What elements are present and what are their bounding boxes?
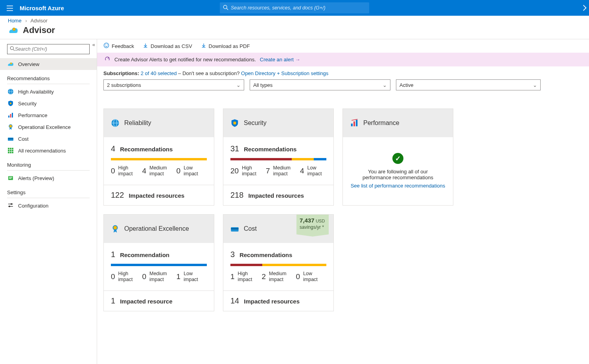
sidebar-item-label: Configuration (18, 203, 48, 209)
advisor-icon (7, 61, 14, 68)
download-csv-label: Download as CSV (151, 43, 192, 49)
svg-rect-18 (8, 138, 13, 139)
sidebar-search-input[interactable] (15, 46, 87, 52)
svg-rect-21 (12, 148, 13, 149)
alert-banner: Create Advisor Alerts to get notified fo… (97, 53, 589, 66)
breadcrumb-home[interactable]: Home (8, 18, 22, 24)
svg-point-32 (11, 203, 12, 205)
breadcrumb: Home › Advisor (0, 16, 589, 25)
svg-point-3 (223, 5, 227, 9)
search-icon (10, 46, 15, 52)
card-reliability[interactable]: Reliability 4 Recommendations 0High impa… (103, 108, 214, 206)
rec-count: 31 (230, 144, 239, 153)
alert-text: Create Advisor Alerts to get notified fo… (114, 57, 256, 63)
card-title: Reliability (124, 119, 151, 127)
svg-rect-15 (12, 113, 13, 118)
status-dropdown[interactable]: Active ⌄ (396, 79, 541, 90)
impacted-count: 14 (230, 296, 239, 305)
svg-point-5 (13, 28, 15, 31)
sidebar-item-label: High Availability (18, 89, 54, 95)
impacted-label: Impacted resources (129, 192, 184, 199)
sidebar-item-high-availability[interactable]: High Availability (0, 86, 97, 97)
sidebar-item-alerts[interactable]: Alerts (Preview) (0, 172, 97, 184)
svg-line-4 (226, 8, 228, 10)
smiley-icon (103, 42, 109, 50)
sidebar-item-label: Overview (18, 61, 39, 67)
global-search-input[interactable] (231, 5, 366, 11)
subscriptions-count[interactable]: 2 of 40 selected (141, 70, 177, 76)
sidebar-item-configuration[interactable]: Configuration (0, 200, 97, 211)
collapse-sidebar[interactable]: « (92, 42, 95, 48)
card-performance[interactable]: Performance ✓ You are following all of o… (342, 108, 453, 206)
sidebar-search[interactable] (7, 44, 90, 54)
svg-rect-26 (10, 152, 11, 153)
svg-point-6 (10, 46, 13, 50)
sidebar-item-all-recommendations[interactable]: All recommendations (0, 145, 97, 156)
sidebar-group-recommendations: Recommendations (0, 70, 97, 83)
sidebar-item-label: Security (18, 101, 37, 107)
advisor-icon (8, 25, 19, 36)
sidebar-item-label: Operational Excellence (18, 124, 71, 130)
svg-rect-13 (8, 116, 9, 118)
rec-count: 3 (230, 250, 235, 259)
chevron-down-icon: ⌄ (383, 82, 387, 88)
sidebar-group-monitoring: Monitoring (0, 156, 97, 169)
card-security[interactable]: Security 31 Recommendations 20High impac… (223, 108, 334, 206)
card-title: Operational Excellence (124, 225, 189, 232)
cost-icon (7, 135, 14, 142)
search-icon (223, 5, 228, 11)
impact-bar (230, 158, 326, 160)
sidebar-item-label: All recommendations (18, 148, 66, 154)
chevron-down-icon: ⌄ (236, 82, 241, 88)
types-dropdown[interactable]: All types ⌄ (250, 79, 390, 90)
sidebar-item-performance[interactable]: Performance (0, 109, 97, 121)
impacted-count: 218 (230, 191, 243, 200)
perf-list-link[interactable]: See list of performance recommendations (347, 183, 449, 189)
rec-label: Recommendations (244, 146, 296, 153)
svg-rect-22 (8, 150, 9, 151)
feedback-button[interactable]: Feedback (103, 42, 134, 50)
directory-settings-link[interactable]: Open Directory + Subscription settings (241, 70, 328, 76)
subscriptions-help: – Don't see a subscription? (178, 70, 241, 76)
svg-rect-43 (234, 122, 236, 125)
impacted-label: Impacted resource (120, 298, 172, 305)
sidebar-group-settings: Settings (0, 184, 97, 197)
feedback-label: Feedback (112, 43, 134, 49)
sidebar-item-security[interactable]: Security (0, 97, 97, 109)
svg-rect-25 (8, 152, 9, 153)
create-alert-link[interactable]: Create an alert → (260, 57, 300, 63)
shield-icon (7, 100, 14, 107)
svg-rect-14 (10, 114, 11, 118)
download-pdf-label: Download as PDF (209, 43, 250, 49)
impact-bar (111, 158, 207, 160)
sidebar-item-label: Alerts (Preview) (18, 175, 54, 181)
sidebar-item-label: Performance (18, 112, 47, 118)
impacted-label: Impacted resources (244, 298, 300, 305)
svg-rect-19 (8, 148, 9, 149)
download-icon (143, 43, 148, 50)
rec-count: 4 (111, 144, 115, 153)
sidebar-item-cost[interactable]: Cost (0, 133, 97, 145)
card-operational-excellence[interactable]: Operational Excellence 1 Recommendation … (103, 214, 214, 311)
subscriptions-dropdown[interactable]: 2 subscriptions ⌄ (103, 79, 244, 90)
hamburger-menu[interactable] (3, 5, 17, 11)
sidebar-item-overview[interactable]: Overview (0, 58, 97, 70)
download-pdf-button[interactable]: Download as PDF (201, 43, 250, 50)
svg-rect-20 (10, 148, 11, 149)
svg-rect-24 (12, 150, 13, 151)
download-csv-button[interactable]: Download as CSV (143, 43, 192, 50)
bar-chart-icon (7, 112, 14, 119)
global-search[interactable] (220, 2, 369, 13)
bar-chart-icon (350, 119, 359, 127)
svg-rect-12 (10, 103, 11, 104)
impact-bar (230, 264, 326, 266)
alerts-icon (7, 175, 14, 182)
svg-rect-23 (10, 150, 11, 151)
top-right-expand[interactable] (583, 0, 587, 16)
svg-rect-29 (9, 177, 12, 178)
brand: Microsoft Azure (20, 5, 64, 11)
grid-icon (7, 147, 14, 154)
card-cost[interactable]: Cost 7,437 USD savings/yr * 3 Recommenda… (223, 214, 334, 311)
impact-bar (111, 264, 207, 266)
sidebar-item-operational-excellence[interactable]: Operational Excellence (0, 121, 97, 133)
